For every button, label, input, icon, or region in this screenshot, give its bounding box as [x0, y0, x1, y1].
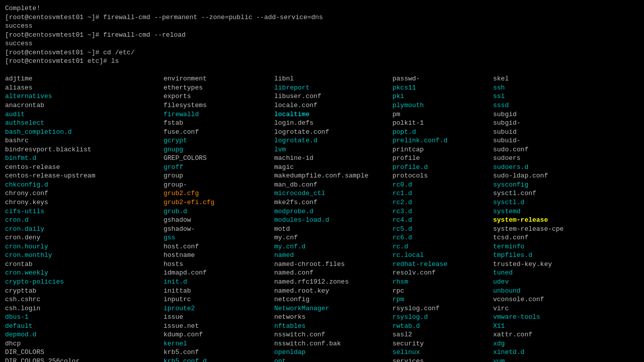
line-success1: success — [5, 22, 639, 31]
terminal-output: Complete! [root@centosvmtest01 ~]# firew… — [5, 4, 639, 362]
line-success2: success — [5, 39, 639, 48]
ls-output: adjtime aliases alternatives anacrontab … — [5, 66, 639, 362]
line-cmd4: [root@centosvmtest01 etc]# ls — [5, 57, 639, 66]
line-cmd1: [root@centosvmtest01 ~]# firewall-cmd --… — [5, 13, 639, 22]
line-cmd2: [root@centosvmtest01 ~]# firewall-cmd --… — [5, 31, 639, 40]
line-cmd3: [root@centosvmtest01 ~]# cd /etc/ — [5, 48, 639, 57]
line-complete: Complete! — [5, 4, 639, 13]
